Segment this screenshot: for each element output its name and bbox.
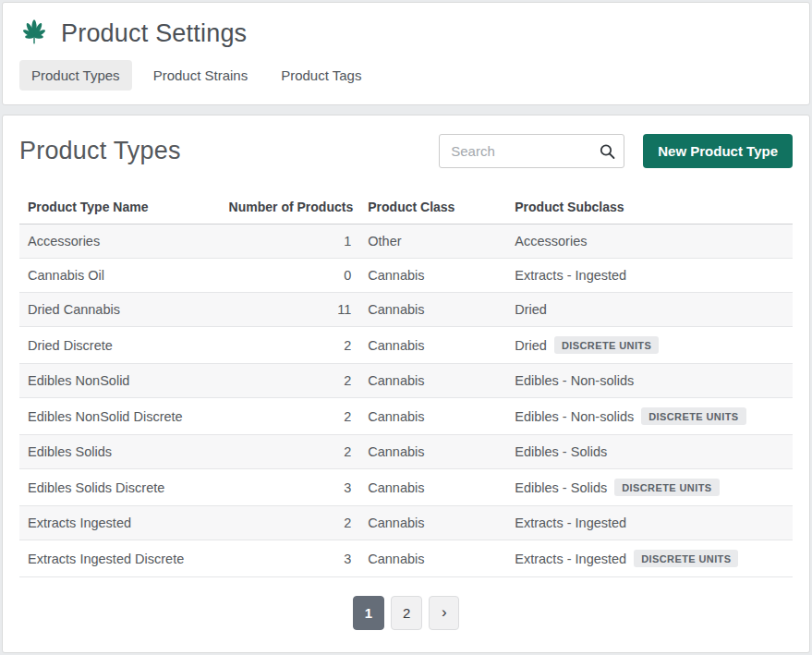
cell-product-type-name: Accessories <box>19 224 221 259</box>
table-row[interactable]: Edibles NonSolid2CannabisEdibles - Non-s… <box>19 364 793 398</box>
cell-product-type-name: Cannabis Oil <box>19 259 221 293</box>
cell-number-of-products: 2 <box>221 364 360 398</box>
discrete-units-badge: DISCRETE UNITS <box>614 479 719 496</box>
subclass-text: Dried <box>515 338 547 353</box>
subclass-text: Edibles - Non-solids <box>515 373 634 388</box>
cell-product-class: Cannabis <box>359 398 506 435</box>
cell-number-of-products: 11 <box>221 293 360 327</box>
subclass-text: Extracts - Ingested <box>515 268 626 283</box>
product-types-table: Product Type NameNumber of ProductsProdu… <box>19 190 793 577</box>
cell-product-subclass: Extracts - Ingested <box>506 259 793 293</box>
cell-product-class: Cannabis <box>359 435 506 469</box>
table-row[interactable]: Edibles NonSolid Discrete2CannabisEdible… <box>19 398 793 435</box>
cell-product-type-name: Dried Cannabis <box>19 293 221 327</box>
table-row[interactable]: Extracts Ingested2CannabisExtracts - Ing… <box>19 506 793 540</box>
cell-product-class: Cannabis <box>359 540 506 577</box>
table-row[interactable]: Edibles Solids Discrete3CannabisEdibles … <box>19 469 793 506</box>
cannabis-leaf-icon <box>19 18 49 48</box>
tab-product-types[interactable]: Product Types <box>19 60 132 91</box>
table-row[interactable]: Cannabis Oil0CannabisExtracts - Ingested <box>19 259 793 293</box>
cell-product-class: Cannabis <box>359 364 506 398</box>
cell-number-of-products: 2 <box>221 506 360 540</box>
search-input[interactable] <box>439 134 624 168</box>
cell-product-class: Other <box>359 224 506 259</box>
column-header-product-subclass: Product Subclass <box>506 190 793 224</box>
cell-product-type-name: Edibles Solids <box>19 435 221 469</box>
subclass-text: Edibles - Solids <box>515 444 607 459</box>
table-row[interactable]: Dried Cannabis11CannabisDried <box>19 293 793 327</box>
page-title: Product Settings <box>61 19 247 48</box>
table-row[interactable]: Dried Discrete2CannabisDriedDISCRETE UNI… <box>19 327 793 364</box>
column-header-product-class: Product Class <box>359 190 506 224</box>
panel-header: Product Types New Product Type <box>19 134 793 168</box>
page-button-2[interactable]: 2 <box>391 596 422 630</box>
discrete-units-badge: DISCRETE UNITS <box>634 550 738 567</box>
chevron-right-icon: › <box>442 603 447 622</box>
cell-number-of-products: 2 <box>221 435 360 469</box>
cell-product-type-name: Edibles Solids Discrete <box>19 469 221 506</box>
cell-number-of-products: 3 <box>221 540 360 577</box>
cell-product-class: Cannabis <box>359 506 506 540</box>
product-types-panel: Product Types New Product Type Product T… <box>2 115 810 653</box>
tab-product-strains[interactable]: Product Strains <box>141 60 261 91</box>
table-header: Product Type NameNumber of ProductsProdu… <box>19 190 793 224</box>
page-header-card: Product Settings Product TypesProduct St… <box>2 2 810 105</box>
cell-product-subclass: DriedDISCRETE UNITS <box>506 327 793 364</box>
product-types-table-body: Accessories1OtherAccessoriesCannabis Oil… <box>19 224 793 577</box>
tab-product-tags[interactable]: Product Tags <box>269 60 373 91</box>
panel-heading: Product Types <box>19 137 439 165</box>
table-header-row: Product Type NameNumber of ProductsProdu… <box>19 190 793 224</box>
cell-product-subclass: Edibles - Non-solidsDISCRETE UNITS <box>506 398 793 435</box>
column-header-number-of-products: Number of Products <box>221 190 360 224</box>
column-header-product-type-name: Product Type Name <box>19 190 221 224</box>
subclass-text: Edibles - Solids <box>515 480 607 495</box>
cell-product-type-name: Extracts Ingested Discrete <box>19 540 221 577</box>
table-row[interactable]: Extracts Ingested Discrete3CannabisExtra… <box>19 540 793 577</box>
page-button-1[interactable]: 1 <box>353 596 384 630</box>
subclass-text: Extracts - Ingested <box>515 516 626 530</box>
cell-product-subclass: Accessories <box>506 224 793 259</box>
subclass-text: Dried <box>515 302 547 317</box>
pagination: 12› <box>19 596 793 630</box>
cell-number-of-products: 2 <box>221 398 360 435</box>
cell-product-subclass: Edibles - SolidsDISCRETE UNITS <box>506 469 793 506</box>
cell-product-type-name: Edibles NonSolid <box>19 364 221 398</box>
search-box <box>439 134 624 168</box>
discrete-units-badge: DISCRETE UNITS <box>641 407 745 425</box>
cell-product-type-name: Edibles NonSolid Discrete <box>19 398 221 435</box>
subclass-text: Edibles - Non-solids <box>515 409 634 424</box>
table-row[interactable]: Edibles Solids2CannabisEdibles - Solids <box>19 435 793 469</box>
next-page-button[interactable]: › <box>429 596 459 630</box>
subclass-text: Extracts - Ingested <box>515 552 626 566</box>
new-product-type-button[interactable]: New Product Type <box>643 134 793 168</box>
cell-number-of-products: 3 <box>221 469 360 506</box>
cell-product-class: Cannabis <box>359 469 506 506</box>
tab-bar: Product TypesProduct StrainsProduct Tags <box>19 60 793 91</box>
cell-product-class: Cannabis <box>359 327 506 364</box>
cell-product-subclass: Dried <box>506 293 793 327</box>
cell-product-subclass: Extracts - Ingested <box>506 506 793 540</box>
cell-product-type-name: Extracts Ingested <box>19 506 221 540</box>
cell-product-subclass: Extracts - IngestedDISCRETE UNITS <box>506 540 793 577</box>
discrete-units-badge: DISCRETE UNITS <box>554 336 659 354</box>
cell-product-subclass: Edibles - Solids <box>506 435 793 469</box>
cell-number-of-products: 2 <box>221 327 360 364</box>
cell-product-subclass: Edibles - Non-solids <box>506 364 793 398</box>
cell-product-type-name: Dried Discrete <box>19 327 221 364</box>
table-row[interactable]: Accessories1OtherAccessories <box>19 224 793 259</box>
cell-product-class: Cannabis <box>359 259 506 293</box>
cell-product-class: Cannabis <box>359 293 506 327</box>
subclass-text: Accessories <box>515 234 587 249</box>
cell-number-of-products: 1 <box>221 224 360 259</box>
cell-number-of-products: 0 <box>221 259 360 293</box>
page-title-row: Product Settings <box>19 18 793 48</box>
search-icon[interactable] <box>600 143 615 159</box>
